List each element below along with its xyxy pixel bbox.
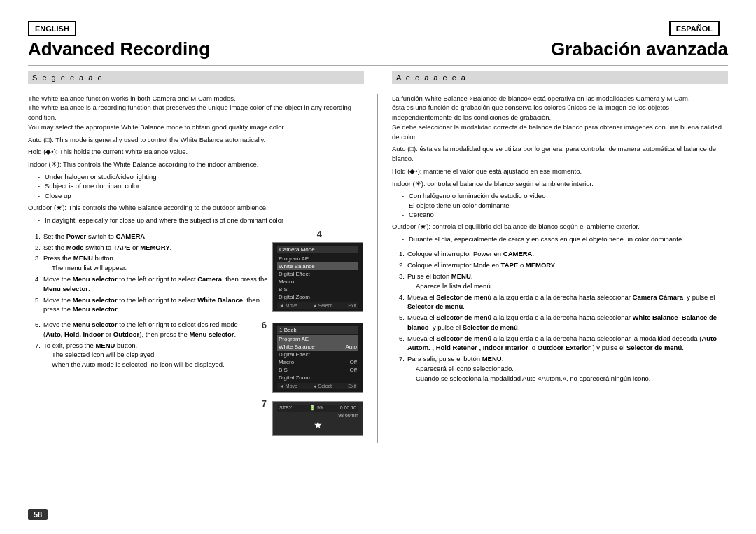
status-bar: STBY🔋 990:00:10 [277,405,358,412]
step6-label: 6 [255,320,267,330]
step-4-text: 4. Move the Menu selector to the left or… [35,274,268,294]
hold-desc-es: Hold (◆•): mantiene el valor que está aj… [392,167,728,176]
step6-row: 6. Move the Menu selector to the left or… [28,320,363,439]
menu-item-wb2: White BalanceAuto [277,343,358,351]
bullet-item: Durante el día, especialmente de cerca y… [402,234,728,244]
indoor-desc-en: Indoor (☀): This controls the White Bala… [28,160,363,169]
nav-bar: ◄ Move● SelectExit [277,302,358,309]
indoor-desc-es: Indoor (☀): controla el balance de blanc… [392,179,728,189]
num-list-es: 1. Coloque el interruptor Power en CAMER… [399,249,728,383]
steps-6-7: 6. Move the Menu selector to the left or… [28,320,251,371]
step4-label: 4 [311,229,322,239]
step-7-text: 7. To exit, press the MENU button. The s… [35,341,251,370]
outdoor-bullets-en: In daylight, espeically for close up and… [38,216,363,225]
outdoor-desc-es: Outdoor (★): controla el equilibrio del … [392,222,728,232]
num-list-6: 6. Move the Menu selector to the left or… [35,320,251,370]
step7-label: 7 [255,398,267,409]
auto-desc-en: Auto (□): This mode is generally used to… [28,135,363,145]
title-es: Grabación avanzada [551,39,728,59]
header: ENGLISH Advanced Recording ESPAÑOL Graba… [28,21,728,59]
menu-item: Digital Zoom [277,293,358,301]
indoor-bullets-en: Under halogen or studio/video lighting S… [38,172,363,200]
step-es-1: 1. Coloque el interruptor Power en CAMER… [399,249,728,259]
step-6-text: 6. Move the Menu selector to the left or… [35,320,251,339]
outdoor-desc-en: Outdoor (★): This controls the White Bal… [28,203,363,213]
header-divider [28,65,728,66]
bullet-item: Under halogen or studio/video lighting [38,172,363,181]
subtitle-row: S e g e e a a e A e e a a e e a [28,71,728,88]
bullet-item: In daylight, espeically for close up and… [38,216,363,225]
lang-badge-es: ESPAÑOL [669,21,720,36]
steps-1-3: 1. Set the Power switch to CAMERA. 2. Se… [28,229,268,316]
step-es-7: 7. Para salir, pulse el botón MENU. Apar… [399,354,728,383]
outdoor-bullets-es: Durante el día, especialmente de cerca y… [402,234,728,244]
menu-item: Digital Effect [277,351,358,358]
step-5-text: 5. Move the Menu selector to the left or… [35,295,268,315]
step4-screenshot-block: 4 Camera Mode Program AE White Balance D… [272,229,363,315]
header-es: ESPAÑOL Grabación avanzada [378,21,728,59]
step6-block: 6 1 Back Program AE White BalanceAuto Di… [255,320,363,395]
menu-item: Macro [277,278,358,286]
steps-es: 1. Coloque el interruptor Power en CAMER… [392,249,728,383]
page-number: 58 [28,509,48,520]
bullet-item: El objeto tiene un color dominante [402,201,728,210]
outdoor-icon: ★ [277,419,358,430]
step4-screenshot: Camera Mode Program AE White Balance Dig… [272,242,363,312]
step-1: 1. Set the Power switch to CAMERA. [35,232,268,241]
bullet-item: Subject is of one dominant color [38,181,363,190]
menu-item: Digital Effect [277,270,358,278]
indoor-bullets-es: Con halógeno o luminación de estudio o v… [402,191,728,219]
header-en: ENGLISH Advanced Recording [28,21,378,59]
menu-item: MacroOff [277,358,358,366]
step-es-5: 5. Mueva el Selector de menú a la izquie… [399,313,728,332]
bullet-item: Cercano [402,210,728,219]
step6-screenshot: 1 Back Program AE White BalanceAuto Digi… [272,323,363,393]
auto-desc-es: Auto (□): ésta es la modalidad que se ut… [392,144,728,164]
menu-item: Digital Zoom [277,374,358,381]
step-3: 3. Press the MENU button.The menu list w… [35,253,268,273]
subtitle-en: S e g e e a a e [28,71,364,84]
intro-es: La función White Balance «Balance de bla… [392,94,728,142]
step-es-6: 6. Mueva el Selector de menú a la izquie… [399,334,728,353]
main-columns: The White Balance function works in both… [28,94,728,443]
subtitle-en-wrap: S e g e e a a e [28,71,378,88]
bullet-item: Con halógeno o luminación de estudio o v… [402,191,728,200]
menu-item-wb: White Balance [277,262,358,270]
step4-row: 1. Set the Power switch to CAMERA. 2. Se… [28,229,363,316]
intro-en: The White Balance function works in both… [28,94,363,132]
menu-title-4: Camera Mode [277,246,358,253]
subtitle-es-wrap: A e e a a e e a [378,71,728,88]
steps-en: 1. Set the Power switch to CAMERA. 2. Se… [28,229,363,439]
col-left: The White Balance function works in both… [28,94,378,443]
menu-item: BISOff [277,366,358,374]
page: ENGLISH Advanced Recording ESPAÑOL Graba… [0,0,756,534]
tape-status: 98 60min [277,413,358,418]
subtitle-es: A e e a a e e a [392,71,728,84]
step7-screenshot: STBY🔋 990:00:10 98 60min ★ [272,401,363,436]
hold-desc-en: Hold (◆•): This holds the current White … [28,147,363,157]
menu-title-6: 1 Back [277,326,358,334]
step6-7-screenshots: 6 1 Back Program AE White BalanceAuto Di… [255,320,363,439]
step7-block: 7 STBY🔋 990:00:10 98 60min ★ [255,398,363,439]
bullet-item: Close up [38,191,363,200]
step-es-2: 2. Coloque el interruptor Mode en TAPE o… [399,260,728,270]
nav-bar-6: ◄ Move● SelectExit [277,383,358,389]
step-2: 2. Set the Mode switch to TAPE or MEMORY… [35,243,268,253]
menu-item-ae: Program AE [277,335,358,343]
menu-item: BIS [277,286,358,293]
step-es-4: 4. Mueva el Selector de menú a la izquie… [399,293,728,312]
step-es-3: 3. Pulse el botón MENU.Aparece la lista … [399,272,728,291]
lang-badge-en: ENGLISH [28,21,76,36]
col-right: La función White Balance «Balance de bla… [378,94,728,443]
menu-item: Program AE [277,255,358,262]
title-en: Advanced Recording [28,39,364,59]
num-list-en: 1. Set the Power switch to CAMERA. 2. Se… [35,232,268,314]
